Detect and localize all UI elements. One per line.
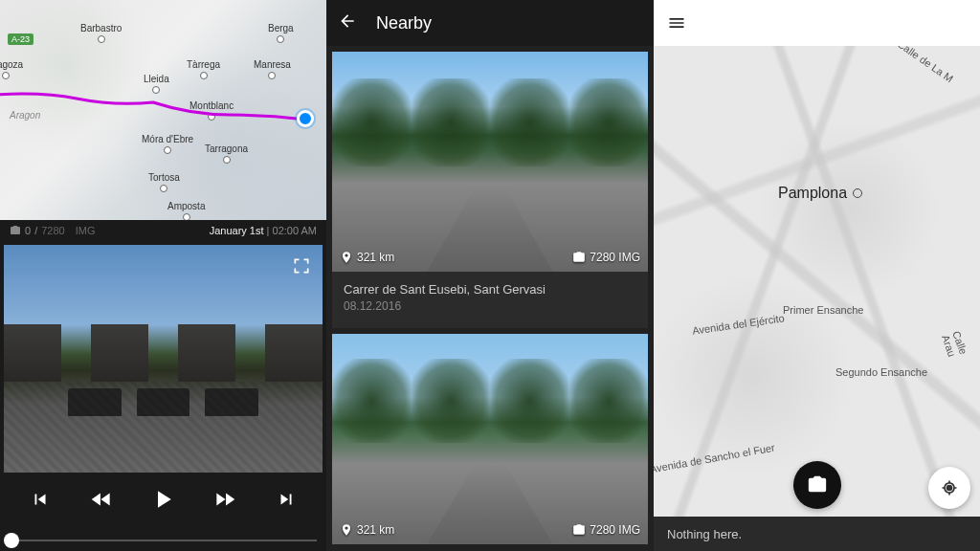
playback-controls xyxy=(0,476,326,522)
fullscreen-button[interactable] xyxy=(288,253,315,279)
current-photo[interactable] xyxy=(4,245,323,473)
photo-status-bar: 0/7280 IMG January 1st | 02:00 AM xyxy=(0,220,326,241)
pin-icon xyxy=(340,251,353,264)
city-label: Amposta xyxy=(167,201,205,220)
fast-forward-button[interactable] xyxy=(210,484,240,515)
card-image-count: 7280 IMG xyxy=(572,523,640,537)
card-photo: 321 km 7280 IMG xyxy=(332,52,648,272)
city-name: Pamplona xyxy=(778,185,862,202)
play-icon xyxy=(148,485,177,514)
city-map[interactable]: Pamplona Primer Ensanche Segundo Ensanch… xyxy=(654,46,980,517)
back-button[interactable] xyxy=(338,11,357,34)
play-button[interactable] xyxy=(147,484,178,515)
route-line xyxy=(0,91,325,129)
fast-forward-icon xyxy=(212,487,237,512)
city-label: Manresa xyxy=(254,59,291,79)
map-header xyxy=(654,0,980,46)
nearby-panel: Nearby 321 km 7280 IMG Carrer xyxy=(326,0,654,551)
playback-panel: A-23 Aragon Barbastro Berga Tàrrega Llei… xyxy=(0,0,326,551)
scrubber-thumb[interactable] xyxy=(4,533,19,548)
photo-date: January 1st | 02:00 AM xyxy=(210,225,317,236)
card-image-count: 7280 IMG xyxy=(572,251,640,264)
skip-next-button[interactable] xyxy=(271,484,301,515)
current-position-marker xyxy=(297,110,314,127)
card-distance: 321 km xyxy=(340,251,394,264)
city-label: Tarragona xyxy=(205,143,248,164)
street-label: Avenida de Sancho el Fuer xyxy=(654,442,776,475)
camera-icon xyxy=(572,523,586,537)
pin-icon xyxy=(340,523,353,537)
city-label: Móra d'Ebre xyxy=(142,134,193,154)
empty-state-bar: Nothing here. xyxy=(654,517,980,551)
rewind-icon xyxy=(89,487,114,512)
city-label: Tortosa xyxy=(148,172,180,192)
card-meta: Carrer de Sant Eusebi, Sant Gervasi 08.1… xyxy=(332,272,648,328)
nearby-title: Nearby xyxy=(376,13,432,33)
street-label: Avenida del Ejército xyxy=(692,312,786,336)
card-overlay: 321 km 7280 IMG xyxy=(340,523,640,537)
hamburger-icon xyxy=(667,13,686,33)
crosshair-icon xyxy=(940,478,959,497)
nearby-card[interactable]: 321 km 7280 IMG xyxy=(332,334,648,544)
card-distance: 321 km xyxy=(340,523,394,537)
camera-icon xyxy=(572,251,586,264)
skip-next-icon xyxy=(276,489,297,510)
photo-viewer xyxy=(0,241,326,551)
city-label: Berga xyxy=(268,23,294,43)
scrubber[interactable] xyxy=(0,522,326,551)
nearby-header: Nearby xyxy=(326,0,654,46)
city-label: Tàrrega xyxy=(187,59,220,79)
street-label: Calle de La M xyxy=(896,46,955,84)
camera-icon xyxy=(10,225,21,236)
street-label: Calle Arau xyxy=(940,329,976,378)
city-label: aragoza xyxy=(0,59,23,79)
menu-button[interactable] xyxy=(667,13,686,33)
nearby-list[interactable]: 321 km 7280 IMG Carrer de Sant Eusebi, S… xyxy=(326,46,654,551)
card-overlay: 321 km 7280 IMG xyxy=(340,251,640,264)
district-label: Primer Ensanche xyxy=(783,304,863,316)
skip-prev-icon xyxy=(30,489,51,510)
back-arrow-icon xyxy=(338,11,357,31)
scrubber-track xyxy=(10,540,317,541)
card-location: Carrer de Sant Eusebi, Sant Gervasi xyxy=(344,281,636,298)
camera-icon xyxy=(807,474,828,496)
district-label: Segundo Ensanche xyxy=(835,366,927,378)
highway-badge: A-23 xyxy=(8,33,33,45)
camera-fab[interactable] xyxy=(793,461,841,509)
fullscreen-icon xyxy=(292,256,311,276)
empty-text: Nothing here. xyxy=(667,527,742,541)
map-panel: Pamplona Primer Ensanche Segundo Ensanch… xyxy=(654,0,980,551)
card-photo: 321 km 7280 IMG xyxy=(332,334,648,544)
locate-fab[interactable] xyxy=(928,467,970,509)
skip-prev-button[interactable] xyxy=(25,484,56,515)
card-date: 08.12.2016 xyxy=(344,298,636,315)
image-count: 0/7280 IMG xyxy=(10,225,96,236)
route-map[interactable]: A-23 Aragon Barbastro Berga Tàrrega Llei… xyxy=(0,0,326,220)
city-label: Barbastro xyxy=(80,23,122,43)
rewind-button[interactable] xyxy=(86,484,117,515)
nearby-card[interactable]: 321 km 7280 IMG Carrer de Sant Eusebi, S… xyxy=(332,52,648,328)
